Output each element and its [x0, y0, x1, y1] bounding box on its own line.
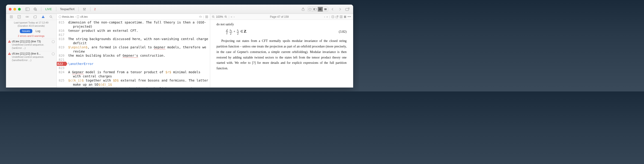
layout-preview-only[interactable]	[323, 7, 328, 11]
svg-rect-20	[10, 16, 12, 18]
svg-rect-16	[324, 8, 326, 10]
pause-icon[interactable]	[344, 15, 346, 18]
live-typeset-indicator[interactable]: LIVE	[44, 7, 53, 11]
todo-icon[interactable]	[17, 15, 21, 19]
more-icon[interactable]: •••	[348, 15, 351, 18]
zoom-level[interactable]: 103%	[216, 15, 223, 18]
warnings-icon[interactable]	[41, 15, 45, 19]
nav-back-button[interactable]	[330, 7, 336, 12]
page-next-icon[interactable]: ›	[324, 15, 325, 18]
search-icon[interactable]	[49, 15, 53, 19]
layout-mode-switcher[interactable]	[308, 7, 328, 12]
folder-icon[interactable]	[33, 15, 37, 19]
svg-point-8	[84, 9, 85, 10]
breadcrumb-current[interactable]: cft.tex	[80, 15, 88, 18]
svg-rect-25	[43, 16, 43, 17]
equation-number: (3.82)	[339, 29, 347, 34]
issue-detail: (\anotherError ...)	[12, 58, 55, 62]
preview-toolbar: 103% | « ‹ Page 47 of 159 › » | •••	[210, 14, 353, 20]
line-gutter: 815816817818819820821822823824825826	[57, 20, 66, 88]
layout-split-even[interactable]	[318, 7, 323, 11]
svg-rect-26	[43, 17, 43, 18]
svg-line-45	[226, 17, 227, 18]
open-external-icon[interactable]	[336, 15, 338, 18]
svg-rect-49	[342, 16, 342, 18]
equation-line: d2 s02 + sj2 ∈ ℤ. (3.82)	[216, 28, 347, 35]
sliders-icon[interactable]	[82, 7, 88, 12]
issue-message: Undefined control sequence.	[12, 43, 55, 46]
page-prev-icon[interactable]: ‹	[234, 15, 234, 18]
math-icon[interactable]: √x	[199, 15, 202, 18]
issue-item[interactable]: cft.tex [21] [22] (line 73)◯Undefined co…	[6, 39, 56, 51]
link-icon[interactable]	[25, 15, 29, 19]
close-window-button[interactable]	[9, 8, 12, 10]
chevron-right-icon: ◯	[52, 40, 55, 43]
sidebar-toggle-button[interactable]	[24, 7, 30, 12]
titlebar: LIVE TexpadTeX 2 +	[6, 4, 353, 14]
tab-issues[interactable]: Issues	[20, 29, 32, 33]
svg-rect-29	[9, 41, 10, 42]
svg-text:+: +	[348, 7, 349, 9]
page-indicator: Page 47 of 159	[236, 15, 323, 18]
tab-log[interactable]: Log	[33, 29, 42, 33]
typeset-engine-label[interactable]: TexpadTeX	[59, 7, 76, 11]
chevron-right-icon: ◯	[52, 52, 55, 55]
svg-line-41	[214, 17, 214, 18]
zoom-in-icon[interactable]	[224, 15, 227, 18]
columns-icon[interactable]	[340, 15, 342, 18]
svg-line-28	[52, 17, 52, 18]
error-count-badge[interactable]: 2	[93, 7, 97, 11]
outline-icon[interactable]	[9, 15, 14, 19]
svg-rect-37	[206, 17, 206, 18]
layout-split-left[interactable]	[313, 7, 318, 11]
svg-point-10	[85, 8, 86, 9]
zoom-window-button[interactable]	[18, 8, 21, 10]
svg-rect-31	[9, 53, 10, 54]
share-icon[interactable]	[300, 7, 306, 12]
status-time: Last typeset Today at 17:12:49	[7, 21, 56, 24]
issue-item[interactable]: cft.tex [21] [22] (line 8...◯Undefined c…	[6, 51, 56, 63]
settings-gear-icon[interactable]	[32, 7, 38, 12]
status-duration: (Duration 43.9 seconds)	[7, 24, 56, 27]
new-tab-button[interactable]: +	[344, 7, 350, 12]
file-icon	[76, 15, 79, 18]
svg-rect-51	[345, 16, 346, 18]
svg-rect-38	[207, 17, 208, 18]
separator	[41, 7, 41, 11]
svg-point-4	[36, 9, 36, 10]
svg-rect-14	[314, 8, 314, 10]
issues-sidebar: Last typeset Today at 17:12:49 (Duration…	[6, 14, 57, 88]
issue-location: cft.tex [21] [22] (line 8...	[12, 52, 41, 55]
sync-icon[interactable]	[332, 15, 334, 18]
layout-editor-only[interactable]	[308, 7, 313, 11]
file-icon	[58, 15, 61, 18]
svg-rect-30	[9, 42, 10, 42]
traffic-lights	[9, 8, 21, 10]
error-triangle-icon	[8, 40, 11, 43]
svg-point-21	[11, 16, 12, 17]
separator	[56, 7, 56, 11]
svg-rect-15	[319, 8, 321, 10]
svg-rect-12	[309, 8, 311, 10]
sidebar-tabs: Issues Log	[6, 28, 56, 34]
grid-icon[interactable]	[205, 15, 208, 18]
issues-summary: 2 errors and 0 warnings	[6, 34, 56, 39]
zoom-out-icon[interactable]	[212, 15, 215, 18]
editor-breadcrumb-bar: thesis.tex › cft.tex √x |	[57, 14, 210, 20]
page-first-icon[interactable]: «	[231, 15, 232, 18]
sidebar-nav-icons	[6, 14, 56, 20]
code-area[interactable]: dimension of the non-compact spacetime. …	[66, 20, 210, 88]
minimize-window-button[interactable]	[14, 8, 16, 10]
svg-rect-48	[340, 16, 341, 18]
nav-forward-button[interactable]	[337, 7, 343, 12]
breadcrumb-root[interactable]: thesis.tex	[62, 15, 74, 18]
page-last-icon[interactable]: »	[326, 15, 328, 18]
separator	[90, 7, 90, 11]
issue-message: Undefined control sequence.	[12, 55, 55, 58]
separator	[78, 7, 79, 11]
svg-rect-50	[344, 16, 345, 18]
svg-point-3	[34, 8, 35, 9]
preview-page[interactable]: do not satisfy d2 s02 + sj2 ∈ ℤ. (3.82) …	[210, 20, 353, 88]
editor-body[interactable]: 815816817818819820821822823824825826 dim…	[57, 20, 210, 88]
breadcrumb-separator: ›	[75, 15, 76, 18]
